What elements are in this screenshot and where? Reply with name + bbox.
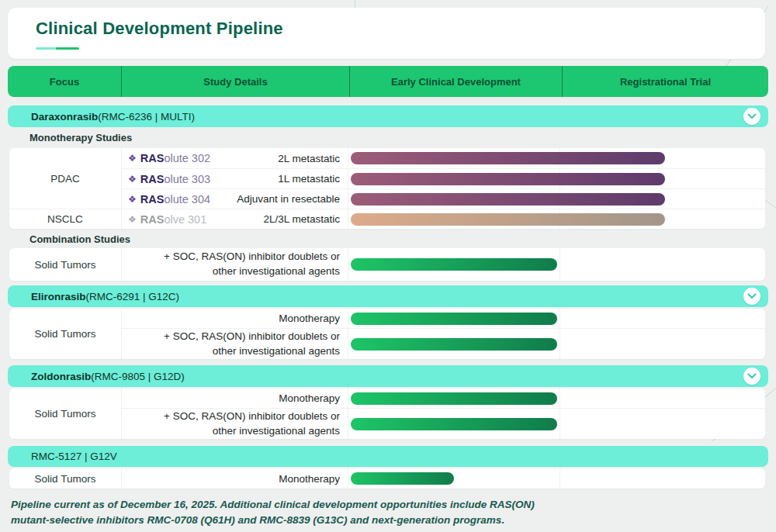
study-name: ❖ RASolve 301 xyxy=(128,213,206,226)
study-name: ❖ RASolute 303 xyxy=(128,173,210,185)
column-gridline xyxy=(559,248,560,281)
bar-cell xyxy=(348,389,765,408)
program-name: Daraxonrasib xyxy=(31,111,98,123)
ras-diamond-icon: ❖ xyxy=(128,174,137,184)
bar-cell xyxy=(348,409,765,439)
progress-bar xyxy=(351,213,665,226)
bar-cell xyxy=(348,148,765,168)
progress-bar xyxy=(351,193,665,206)
study-setting: 2L/3L metastatic xyxy=(263,213,340,225)
section-band-daraxonrasib[interactable]: Daraxonrasib (RMC-6236 | MULTI) xyxy=(8,105,768,127)
underline-teal-segment xyxy=(36,47,56,50)
study-setting-line2: other investigational agents xyxy=(213,424,340,439)
section-band-rmc-5127[interactable]: RMC-5127 | G12V xyxy=(8,446,768,467)
bar-cell xyxy=(348,329,765,359)
ras-diamond-icon: ❖ xyxy=(128,215,137,224)
collapse-button[interactable] xyxy=(743,108,760,125)
program-code: (RMC-9805 | G12D) xyxy=(91,371,185,382)
progress-bar xyxy=(351,392,557,405)
table-row: Monotherapy xyxy=(122,468,765,489)
page-title: Clinical Development Pipeline xyxy=(36,19,765,39)
column-gridline xyxy=(559,409,560,439)
focus-column: Solid Tumors xyxy=(9,309,122,359)
title-underline xyxy=(36,47,79,50)
focus-solid-tumors: Solid Tumors xyxy=(9,248,121,281)
bar-cell xyxy=(348,209,765,229)
study-cell: ❖ RASolute 303 1L metastatic xyxy=(122,169,348,188)
focus-column: PDAC NSCLC xyxy=(9,148,122,229)
section-band-zoldonrasib[interactable]: Zoldonrasib (RMC-9805 | G12D) xyxy=(8,365,768,387)
study-setting-line1: + SOC, RAS(ON) inhibitor doublets or xyxy=(164,250,340,264)
column-header-early-clinical-development: Early Clinical Development xyxy=(349,66,562,97)
focus-solid-tumors: Solid Tumors xyxy=(9,309,121,359)
table-row: Monotherapy xyxy=(122,309,765,328)
study-cell: Monotherapy xyxy=(122,389,348,408)
table-row: + SOC, RAS(ON) inhibitor doublets or oth… xyxy=(122,408,765,439)
study-setting-line2: other investigational agents xyxy=(213,264,340,279)
bar-cell xyxy=(348,189,765,209)
column-gridline xyxy=(559,309,560,328)
program-code: (RMC-6291 | G12C) xyxy=(86,291,180,302)
progress-bar xyxy=(351,313,557,325)
footnote: Pipeline current as of December 16, 2025… xyxy=(11,497,563,527)
progress-bar xyxy=(351,418,557,430)
study-setting: 2L metastatic xyxy=(278,153,340,164)
table-row: Monotherapy xyxy=(122,389,765,408)
monotherapy-studies-table: PDAC NSCLC ❖ RASolute 302 2L metastatic … xyxy=(9,148,765,229)
bar-cell xyxy=(348,468,765,489)
progress-bar xyxy=(351,472,454,485)
focus-nsclc: NSCLC xyxy=(9,209,121,229)
chevron-down-icon xyxy=(747,373,757,379)
section-band-elironrasib[interactable]: Elironrasib (RMC-6291 | G12C) xyxy=(8,285,768,307)
chevron-down-icon xyxy=(747,113,757,119)
study-setting: 1L metastatic xyxy=(278,173,340,185)
ras-diamond-icon: ❖ xyxy=(128,195,137,204)
study-rows: ❖ RASolute 302 2L metastatic ❖ RASolute … xyxy=(122,148,765,229)
pipeline-page: Clinical Development Pipeline Focus Stud… xyxy=(0,0,776,532)
study-setting-line2: other investigational agents xyxy=(213,344,340,359)
bar-cell xyxy=(348,169,765,188)
focus-solid-tumors: Solid Tumors xyxy=(9,468,121,489)
combination-studies-table: Solid Tumors + SOC, RAS(ON) inhibitor do… xyxy=(9,248,765,281)
column-gridline xyxy=(559,468,560,489)
program-code: RMC-5127 | G12V xyxy=(31,451,117,462)
study-cell: Monotherapy xyxy=(122,309,348,328)
study-setting: Monotherapy xyxy=(279,313,340,324)
column-header-focus: Focus xyxy=(8,66,121,97)
progress-bar xyxy=(351,338,557,351)
study-cell: Monotherapy xyxy=(122,468,348,489)
elironrasib-table: Solid Tumors Monotherapy + SOC, RAS(ON) … xyxy=(9,309,765,359)
table-row: ❖ RASolute 304 Adjuvant in resectable xyxy=(122,188,765,209)
collapse-button[interactable] xyxy=(743,288,760,305)
progress-bar xyxy=(351,258,557,271)
program-code: (RMC-6236 | MULTI) xyxy=(98,111,195,123)
focus-column: Solid Tumors xyxy=(9,248,122,281)
bar-cell xyxy=(348,309,765,328)
study-setting: Adjuvant in resectable xyxy=(237,193,340,205)
group-label-monotherapy-studies: Monotherapy Studies xyxy=(29,132,132,143)
focus-column: Solid Tumors xyxy=(9,468,122,489)
study-cell: + SOC, RAS(ON) inhibitor doublets or oth… xyxy=(122,329,348,359)
progress-bar xyxy=(351,152,665,164)
ras-diamond-icon: ❖ xyxy=(128,154,137,163)
focus-solid-tumors: Solid Tumors xyxy=(9,389,121,439)
progress-bar xyxy=(351,173,665,185)
rmc-5127-table: Solid Tumors Monotherapy xyxy=(9,468,765,489)
study-setting-line1: + SOC, RAS(ON) inhibitor doublets or xyxy=(164,409,340,424)
study-setting: Monotherapy xyxy=(279,473,340,485)
collapse-button[interactable] xyxy=(743,368,760,385)
zoldonrasib-table: Solid Tumors Monotherapy + SOC, RAS(ON) … xyxy=(9,389,765,439)
column-header-bar: Focus Study Details Early Clinical Devel… xyxy=(8,66,768,97)
program-name: Zoldonrasib xyxy=(31,371,91,382)
chevron-down-icon xyxy=(747,293,757,299)
study-cell: ❖ RASolute 302 2L metastatic xyxy=(122,148,348,168)
study-name: ❖ RASolute 304 xyxy=(128,193,210,206)
column-header-study-details: Study Details xyxy=(121,66,349,97)
table-row: ❖ RASolve 301 2L/3L metastatic xyxy=(122,209,765,229)
underline-green-segment xyxy=(56,47,79,50)
study-rows: Monotherapy + SOC, RAS(ON) inhibitor dou… xyxy=(122,389,765,439)
study-cell: + SOC, RAS(ON) inhibitor doublets or oth… xyxy=(122,248,348,281)
study-setting: Monotherapy xyxy=(279,392,340,404)
table-row: + SOC, RAS(ON) inhibitor doublets or oth… xyxy=(122,328,765,359)
table-row: ❖ RASolute 302 2L metastatic xyxy=(122,148,765,168)
